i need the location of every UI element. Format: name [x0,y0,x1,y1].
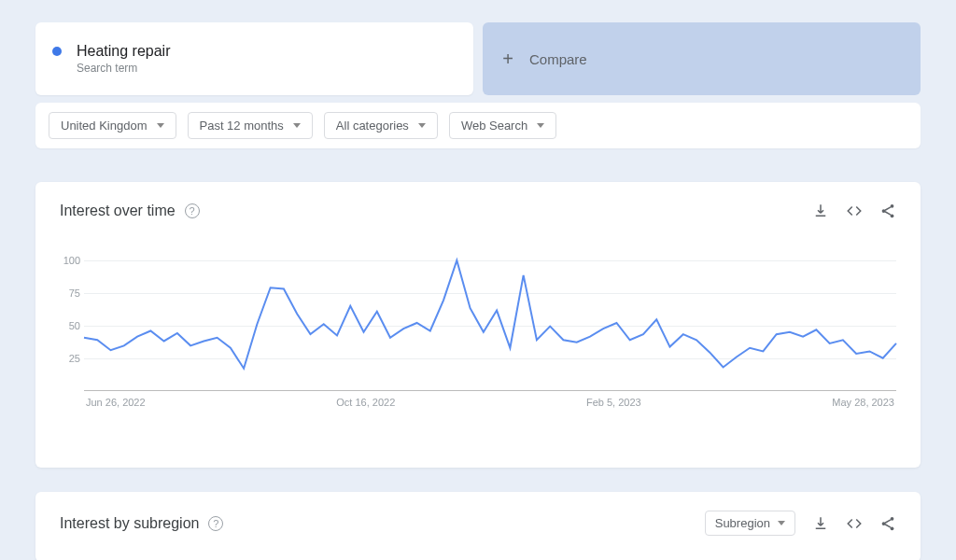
help-icon[interactable]: ? [208,516,223,531]
chevron-down-icon [293,123,301,128]
filter-type-label: Web Search [461,119,527,133]
filter-region-label: United Kingdom [61,119,148,133]
y-tick-label: 50 [69,320,80,331]
svg-point-5 [891,526,894,530]
x-tick-label: May 28, 2023 [832,397,894,408]
interest-over-time-panel: Interest over time ? 100755025 Jun 26, [35,182,921,468]
panel-title: Interest over time ? [60,203,200,219]
help-icon[interactable]: ? [185,203,200,218]
svg-point-0 [891,204,894,208]
panel-title-text: Interest over time [60,203,176,219]
x-tick-label: Jun 26, 2022 [86,397,146,408]
y-tick-label: 75 [69,287,80,299]
filter-category[interactable]: All categories [324,112,438,139]
chevron-down-icon [157,123,164,128]
share-icon[interactable] [879,515,896,532]
embed-icon[interactable] [846,203,863,219]
search-term-card[interactable]: Heating repair Search term [35,22,473,95]
series-color-dot [52,47,62,56]
chart-area: 100755025 Jun 26, 2022Oct 16, 2022Feb 5,… [60,260,896,438]
chevron-down-icon [537,123,544,128]
search-term-text: Heating repair [77,43,171,60]
panel-title-text: Interest by subregion [60,515,199,532]
compare-label: Compare [529,51,587,67]
line-chart-svg [84,260,896,374]
compare-button[interactable]: + Compare [483,22,921,95]
filter-category-label: All categories [336,119,409,133]
plus-icon: + [499,49,516,70]
embed-icon[interactable] [846,515,863,532]
filter-time-label: Past 12 months [200,119,284,133]
filter-search-type[interactable]: Web Search [449,112,556,139]
panel-title: Interest by subregion ? [60,515,223,532]
chart-plot[interactable] [84,260,896,391]
x-tick-label: Oct 16, 2022 [336,397,395,408]
chevron-down-icon [418,123,426,128]
y-tick-label: 100 [63,255,80,266]
svg-point-2 [891,214,894,217]
search-compare-row: Heating repair Search term + Compare [35,0,921,95]
svg-point-3 [891,516,894,520]
chevron-down-icon [778,521,785,525]
share-icon[interactable] [879,203,896,219]
subregion-dropdown[interactable]: Subregion [705,511,795,536]
x-axis-labels: Jun 26, 2022Oct 16, 2022Feb 5, 2023May 2… [84,397,896,408]
download-icon[interactable] [812,203,829,219]
filter-bar: United Kingdom Past 12 months All catego… [35,103,921,148]
y-axis-labels: 100755025 [60,260,84,410]
interest-by-subregion-panel: Interest by subregion ? Subregion [35,492,921,560]
x-tick-label: Feb 5, 2023 [586,397,641,408]
y-tick-label: 25 [69,353,80,364]
search-term-subtitle: Search term [77,62,171,75]
subregion-dropdown-label: Subregion [715,516,770,530]
filter-region[interactable]: United Kingdom [49,112,176,139]
filter-time[interactable]: Past 12 months [188,112,313,139]
download-icon[interactable] [812,515,829,532]
